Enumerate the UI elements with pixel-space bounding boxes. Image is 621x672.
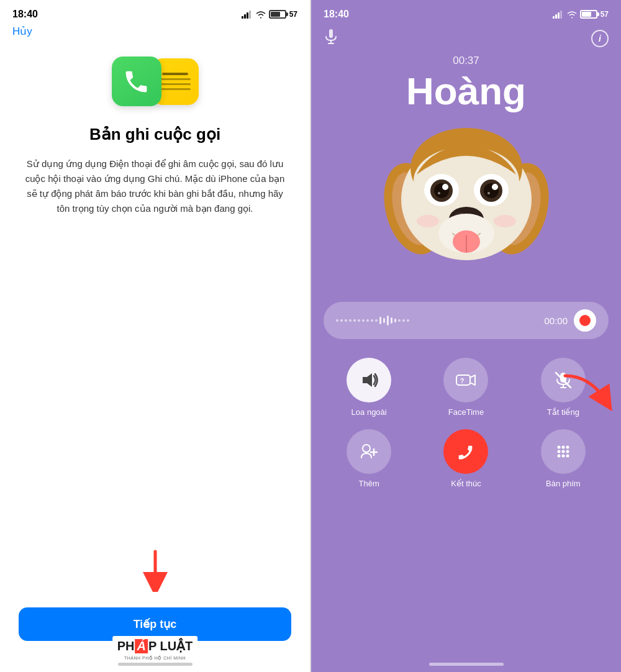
watermark-a: Á <box>135 639 147 653</box>
right-status-icons: 57 <box>553 10 609 19</box>
facetime-button[interactable]: ? FaceTime <box>424 358 508 417</box>
svg-point-33 <box>417 215 439 227</box>
svg-point-50 <box>561 450 564 453</box>
phone-app-icon <box>112 57 161 106</box>
svg-point-21 <box>442 184 448 190</box>
end-call-button[interactable]: Kết thúc <box>424 429 508 488</box>
add-button[interactable]: Thêm <box>327 429 411 488</box>
facetime-icon: ? <box>456 371 476 389</box>
call-timer: 00:37 <box>311 55 621 67</box>
watermark-ph: PH <box>117 639 135 653</box>
mic-icon <box>324 28 338 48</box>
info-button[interactable]: i <box>591 30 609 47</box>
speaker-icon <box>360 371 378 389</box>
keypad-circle <box>541 429 586 474</box>
phone-icon <box>122 68 150 96</box>
keypad-icon <box>555 443 572 460</box>
left-home-indicator <box>118 663 193 666</box>
svg-point-48 <box>566 446 569 449</box>
left-time: 18:40 <box>12 9 38 20</box>
left-content: Bản ghi cuộc gọi Sử dụng ứng dụng Điện t… <box>0 44 310 595</box>
caller-name: Hoàng <box>324 70 609 112</box>
svg-point-26 <box>492 184 498 190</box>
right-status-bar: 18:40 57 <box>311 0 621 25</box>
end-call-circle <box>443 429 488 474</box>
svg-point-49 <box>557 450 560 453</box>
end-call-icon <box>456 443 476 460</box>
record-dot <box>579 315 591 326</box>
watermark-pluat: P LUẬT <box>148 638 193 653</box>
left-status-bar: 18:40 57 <box>0 0 310 25</box>
svg-rect-7 <box>560 11 562 19</box>
keypad-label: Bàn phím <box>546 479 581 488</box>
add-label: Thêm <box>359 479 379 488</box>
waveform <box>336 316 544 325</box>
svg-point-46 <box>557 446 560 449</box>
svg-rect-0 <box>242 16 243 19</box>
recording-bar: 00:00 <box>324 302 609 339</box>
speaker-circle <box>347 358 391 402</box>
svg-rect-6 <box>558 12 560 19</box>
right-battery-icon <box>580 10 597 19</box>
app-icons <box>112 57 199 106</box>
svg-rect-2 <box>247 12 248 19</box>
battery-icon <box>269 10 286 19</box>
svg-rect-3 <box>249 11 251 19</box>
svg-rect-4 <box>553 16 555 19</box>
end-call-label: Kết thúc <box>451 479 481 488</box>
right-signal-icon <box>553 11 564 19</box>
right-wifi-icon <box>567 11 577 19</box>
right-battery-text: 57 <box>601 10 609 19</box>
right-arrow-record <box>553 370 615 419</box>
keypad-button[interactable]: Bàn phím <box>521 429 605 488</box>
record-button[interactable] <box>574 309 596 332</box>
svg-marker-37 <box>470 375 475 385</box>
svg-text:?: ? <box>460 377 465 384</box>
svg-rect-1 <box>244 14 246 19</box>
svg-marker-35 <box>363 373 372 387</box>
right-header: i <box>311 25 621 52</box>
svg-point-27 <box>487 192 490 194</box>
svg-point-47 <box>561 446 564 449</box>
svg-point-54 <box>566 455 569 458</box>
facetime-label: FaceTime <box>448 407 484 417</box>
watermark-sub: THÀNH PHỐ HỒ CHÍ MINH <box>112 656 198 661</box>
left-status-icons: 57 <box>242 10 297 19</box>
svg-rect-8 <box>329 29 333 38</box>
svg-point-53 <box>561 455 564 458</box>
svg-point-34 <box>494 215 516 227</box>
right-panel: 18:40 57 <box>311 0 621 672</box>
dog-memoji <box>379 119 553 293</box>
battery-text: 57 <box>289 10 297 19</box>
voice-icon <box>324 28 338 45</box>
add-circle <box>347 429 391 474</box>
facetime-circle: ? <box>443 358 488 402</box>
speaker-label: Loa ngoài <box>351 407 387 417</box>
svg-point-43 <box>363 445 370 452</box>
right-home-indicator <box>429 663 504 666</box>
rec-timer: 00:00 <box>544 316 568 326</box>
cancel-button[interactable]: Hủy <box>0 25 310 44</box>
watermark: PH Á P LUẬT THÀNH PHỐ HỒ CHÍ MINH <box>112 636 198 661</box>
left-description: Sử dụng ứng dụng Điện thoại để ghi âm cu… <box>25 157 285 216</box>
svg-point-52 <box>557 455 560 458</box>
wifi-icon <box>256 11 266 19</box>
dog-svg <box>379 119 553 293</box>
left-panel: 18:40 57 Hủy <box>0 0 310 672</box>
svg-point-51 <box>566 450 569 453</box>
right-time: 18:40 <box>324 9 349 20</box>
svg-point-22 <box>438 192 440 194</box>
left-title: Bản ghi cuộc gọi <box>89 125 220 144</box>
svg-rect-5 <box>555 14 557 19</box>
add-icon <box>360 443 378 460</box>
signal-icon <box>242 11 253 19</box>
arrow-down-left <box>137 548 174 592</box>
speaker-button[interactable]: Loa ngoài <box>327 358 411 417</box>
